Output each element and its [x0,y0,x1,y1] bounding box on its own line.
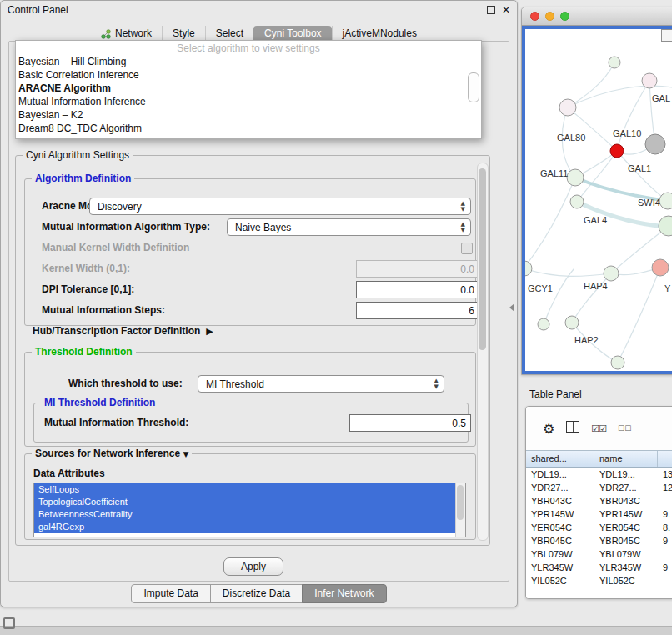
table-cell: YBL079W [594,548,658,561]
network-edge[interactable] [617,81,649,151]
expanded-arrow-icon[interactable]: ▼ [183,450,188,458]
table-body: YDL19...YDL19...13YDR27...YDR27...12YBR0… [526,468,672,598]
bottom-tab-infer-network[interactable]: Infer Network [302,584,386,603]
bottom-tab-impute-data[interactable]: Impute Data [131,584,210,603]
splitter-collapse-arrow[interactable] [509,303,514,312]
close-window-icon[interactable] [530,12,539,21]
network-edge[interactable] [525,178,575,268]
network-node[interactable] [525,261,532,276]
window-restore-icon[interactable] [3,618,15,629]
unselect-all-columns-icon[interactable]: ☐☐ [618,424,631,432]
popup-scrollbar-thumb[interactable] [468,72,479,102]
table-row[interactable]: YPR145WYPR145W9. [526,508,672,521]
network-node[interactable] [610,144,624,158]
mi-steps-field[interactable]: 6 [356,302,479,319]
table-header-cell[interactable] [658,451,672,467]
table-cell: 9 [658,561,672,574]
which-threshold-select[interactable]: MI Threshold ▲▼ [198,375,444,392]
attribute-item[interactable]: gal4RGexp [34,521,455,533]
table-cell [658,548,672,561]
network-node[interactable] [659,192,672,209]
network-node[interactable] [611,356,624,369]
table-row[interactable]: YER054CYER054C8. [526,521,672,534]
network-window-titlebar[interactable] [522,8,672,26]
network-node[interactable] [652,259,669,276]
hub-transcription-factor-section[interactable]: Hub/Transcription Factor Definition ▶ [33,325,213,337]
network-node[interactable] [604,266,619,281]
algorithm-option[interactable]: Mutual Information Inference [16,95,481,108]
settings-scrollbar[interactable] [477,162,489,541]
table-cell: YDL19... [594,468,658,481]
attribute-item[interactable]: TopologicalCoefficient [34,496,455,508]
kernel-width-field[interactable]: 0.0 [356,260,479,278]
threshold-definition-legend: Threshold Definition [32,346,136,358]
manual-kernel-width-checkbox[interactable] [461,242,473,254]
network-canvas-area[interactable]: GAL80GAL10GAL11GAL1SWI4GAL4GCY1HAP4HAP2G… [522,26,672,374]
table-row[interactable]: YBL079WYBL079W [526,548,672,561]
table-row[interactable]: YIL052CYIL052C [526,574,672,588]
attributes-scrollbar[interactable] [455,483,465,537]
show-columns-icon[interactable] [566,421,579,436]
network-overview-button[interactable] [661,29,672,42]
mi-threshold-label: Mutual Information Threshold: [44,417,188,428]
network-node[interactable] [538,318,549,330]
aracne-mode-select[interactable]: Discovery ▲▼ [89,198,471,215]
network-edge[interactable] [525,268,611,276]
network-node[interactable] [570,195,584,208]
close-panel-icon[interactable]: ✕ [502,5,510,15]
attribute-item[interactable]: BetweennessCentrality [34,508,455,521]
table-row[interactable]: YDR27...YDR27...12 [526,481,672,494]
algorithm-option[interactable]: Basic Correlation Inference [16,68,481,82]
network-edge[interactable] [562,108,575,178]
table-row[interactable]: YBR043CYBR043C [526,494,672,508]
network-edge[interactable] [618,268,660,362]
table-header-cell[interactable]: name [594,451,658,467]
table-cell: 9 [658,534,672,548]
network-node[interactable] [565,316,579,329]
network-node[interactable] [559,99,576,116]
table-cell [658,494,672,508]
settings-scrollbar-thumb[interactable] [479,168,486,350]
table-row[interactable]: YBR045CYBR045C9 [526,534,672,548]
dpi-tolerance-field[interactable]: 0.0 [356,281,479,298]
control-panel-titlebar: Control Panel ✕ [1,1,517,19]
attribute-item[interactable]: SelfLoops [34,483,455,496]
table-row[interactable]: YDL19...YDL19...13 [526,468,672,481]
network-node[interactable] [642,73,657,88]
algorithm-option[interactable]: ARACNE Algorithm [16,82,481,95]
network-edge[interactable] [568,62,614,108]
control-panel-title: Control Panel [8,4,487,16]
apply-button[interactable]: Apply [223,558,283,576]
table-header-cell[interactable]: shared... [526,451,594,467]
table-row[interactable]: YLR345WYLR345W9 [526,561,672,574]
algorithm-dropdown-list: Select algorithm to view settingsBayesia… [15,40,482,139]
network-node[interactable] [645,134,665,154]
network-node[interactable] [567,169,584,186]
minimize-window-icon[interactable] [545,12,554,21]
network-view-window: GAL80GAL10GAL11GAL1SWI4GAL4GCY1HAP4HAP2G… [521,7,672,375]
select-all-columns-icon[interactable]: ☑☑ [591,423,606,434]
mi-algorithm-type-select[interactable]: Naive Bayes ▲▼ [227,218,471,236]
network-node[interactable] [609,57,620,68]
network-canvas[interactable]: GAL80GAL10GAL11GAL1SWI4GAL4GCY1HAP4HAP2G… [525,29,672,371]
zoom-window-icon[interactable] [560,12,569,21]
algorithm-option[interactable]: Dream8 DC_TDC Algorithm [16,122,481,135]
hub-section-label: Hub/Transcription Factor Definition [33,325,200,337]
collapsed-arrow-icon[interactable]: ▶ [206,326,213,337]
algorithm-option[interactable]: Bayesian – Hill Climbing [16,55,481,68]
network-node-label: Y [664,283,671,293]
sources-legend[interactable]: Sources for Network Inference ▼ [32,448,192,461]
table-cell: YDR27... [594,481,658,494]
table-settings-gear-icon[interactable]: ⚙ [543,421,554,437]
network-edge[interactable] [568,108,617,151]
float-window-icon[interactable] [487,6,495,14]
table-cell: YBR045C [526,534,594,548]
network-edge[interactable] [544,269,574,324]
algorithm-option[interactable]: Bayesian – K2 [16,108,481,122]
algorithm-definition-group: Algorithm Definition Aracne Mode: Discov… [24,178,476,326]
mi-threshold-field[interactable]: 0.5 [349,414,471,432]
table-cell: YLR345W [526,561,594,574]
attributes-scrollbar-thumb[interactable] [457,485,464,520]
table-cell [658,574,672,588]
bottom-tab-discretize-data[interactable]: Discretize Data [210,584,303,603]
